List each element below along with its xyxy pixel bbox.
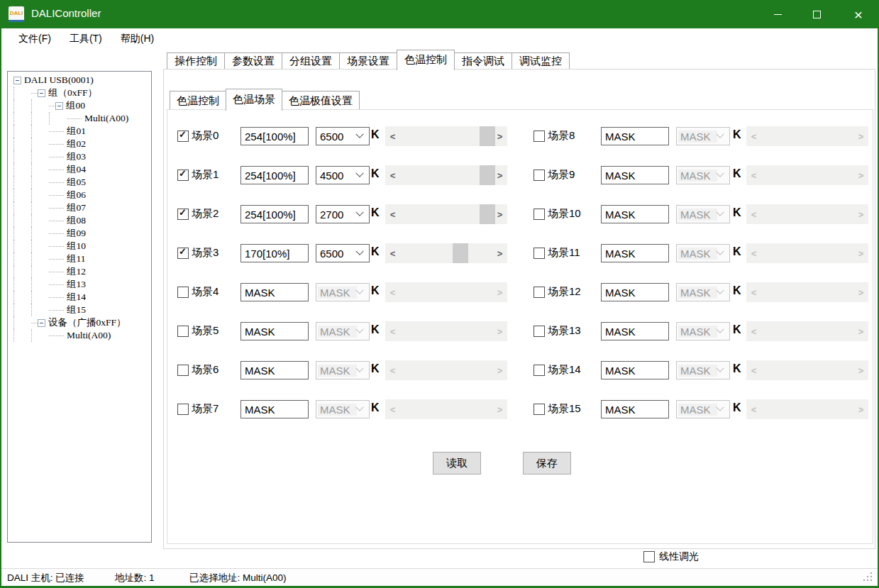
tree-collapse-icon[interactable] — [55, 102, 63, 110]
tree-collapse-icon[interactable] — [13, 77, 21, 84]
close-button[interactable]: × — [842, 0, 875, 28]
tree-collapse-icon[interactable] — [38, 89, 45, 97]
scene-enable-checkbox[interactable]: ✓ — [177, 248, 189, 259]
device-tree[interactable]: DALI USB(0001)组（0xFF）组00Multi(A00)组01组02… — [7, 71, 152, 543]
tree-node-11[interactable]: 组08 — [8, 214, 151, 227]
tree-node-16[interactable]: 组13 — [8, 278, 151, 291]
scene-level-input[interactable] — [241, 400, 309, 418]
maximize-button[interactable] — [800, 0, 833, 28]
scene-enable-checkbox[interactable] — [177, 287, 189, 298]
scene-level-scrollbar[interactable]: <> — [385, 165, 507, 185]
scroll-left-icon[interactable]: < — [387, 243, 399, 263]
tab-5[interactable]: 指令调试 — [454, 52, 512, 69]
scene-enable-checkbox[interactable] — [534, 131, 545, 142]
tree-node-17[interactable]: 组14 — [8, 291, 151, 304]
scrollbar-thumb[interactable] — [480, 165, 495, 185]
scroll-right-icon[interactable]: > — [494, 243, 506, 263]
tree-node-8[interactable]: 组05 — [8, 176, 151, 189]
scene-enable-checkbox[interactable] — [534, 170, 545, 181]
scene-level-input[interactable] — [241, 205, 309, 223]
scene-enable-checkbox[interactable] — [534, 248, 545, 259]
linear-dimming-checkbox[interactable]: 线性调光 — [643, 550, 699, 563]
scroll-right-icon[interactable]: > — [494, 204, 506, 224]
scene-enable-checkbox[interactable] — [177, 365, 189, 376]
scene-cct-dropdown[interactable]: 2700 — [316, 205, 370, 223]
subtab-1[interactable]: 色温场景 — [226, 89, 282, 111]
scene-level-scrollbar[interactable]: <> — [385, 204, 507, 224]
tree-node-13[interactable]: 组10 — [8, 240, 151, 253]
tree-node-7[interactable]: 组04 — [8, 163, 151, 176]
scene-level-scrollbar[interactable]: <> — [385, 243, 507, 263]
tree-collapse-icon[interactable] — [38, 319, 45, 327]
tab-2[interactable]: 分组设置 — [282, 52, 340, 69]
scene-level-input[interactable] — [601, 361, 669, 379]
scene-level-input[interactable] — [241, 244, 309, 262]
tree-node-14[interactable]: 组11 — [8, 253, 151, 265]
scroll-left-icon[interactable]: < — [387, 165, 399, 185]
tree-node-15[interactable]: 组12 — [8, 265, 151, 278]
scene-enable-checkbox[interactable] — [534, 209, 545, 220]
tab-6[interactable]: 调试监控 — [512, 52, 570, 69]
minimize-button[interactable] — [761, 0, 794, 28]
scene-level-input[interactable] — [241, 283, 309, 301]
scene-enable-checkbox[interactable]: ✓ — [177, 209, 189, 220]
tab-4[interactable]: 色温控制 — [397, 50, 455, 70]
read-button[interactable]: 读取 — [433, 452, 481, 475]
scene-level-input[interactable] — [601, 205, 669, 223]
menu-item-1[interactable]: 工具(T) — [60, 28, 111, 49]
tab-0[interactable]: 操作控制 — [167, 52, 225, 69]
tree-node-18[interactable]: 组15 — [8, 304, 151, 316]
scene-cct-dropdown[interactable]: 6500 — [316, 244, 370, 262]
scrollbar-thumb[interactable] — [480, 204, 495, 224]
subtab-2[interactable]: 色温极值设置 — [282, 91, 360, 109]
scroll-right-icon[interactable]: > — [494, 165, 506, 185]
scroll-left-icon[interactable]: < — [387, 204, 399, 224]
tree-node-1[interactable]: 组（0xFF） — [8, 87, 151, 99]
scene-level-input[interactable] — [601, 166, 669, 184]
tree-node-3[interactable]: Multi(A00) — [8, 112, 151, 125]
tree-node-19[interactable]: 设备（广播0xFF） — [8, 316, 151, 329]
scene-level-input[interactable] — [601, 127, 669, 145]
scene-level-scrollbar[interactable]: <> — [385, 126, 507, 146]
scene-enable-checkbox[interactable] — [177, 326, 189, 337]
menu-item-0[interactable]: 文件(F) — [9, 28, 60, 49]
scene-level-input[interactable] — [241, 322, 309, 340]
scene-level-input[interactable] — [241, 127, 309, 145]
tree-node-12[interactable]: 组09 — [8, 227, 151, 240]
scene-enable-checkbox[interactable] — [534, 326, 545, 337]
tree-node-0[interactable]: DALI USB(0001) — [8, 74, 151, 87]
save-button[interactable]: 保存 — [523, 452, 571, 475]
scene-cct-dropdown[interactable]: 6500 — [316, 127, 370, 145]
menu-item-2[interactable]: 帮助(H) — [111, 28, 163, 49]
tree-node-9[interactable]: 组06 — [8, 189, 151, 201]
tab-1[interactable]: 参数设置 — [224, 52, 282, 69]
scrollbar-thumb[interactable] — [453, 243, 468, 263]
scene-level-input[interactable] — [601, 400, 669, 418]
scene-enable-checkbox[interactable]: ✓ — [177, 170, 189, 181]
subtab-0[interactable]: 色温控制 — [170, 91, 226, 109]
tree-node-20[interactable]: Multi(A00) — [8, 329, 151, 342]
tree-node-4[interactable]: 组01 — [8, 125, 151, 138]
tree-node-6[interactable]: 组03 — [8, 150, 151, 163]
checkbox-box[interactable] — [643, 551, 655, 562]
scene-enable-checkbox[interactable]: ✓ — [177, 131, 189, 142]
tree-node-5[interactable]: 组02 — [8, 138, 151, 150]
scene-enable-checkbox[interactable] — [534, 365, 545, 376]
scene-level-input[interactable] — [241, 361, 309, 379]
tree-node-10[interactable]: 组07 — [8, 201, 151, 214]
scene-cct-dropdown[interactable]: 4500 — [316, 166, 370, 184]
tree-node-2[interactable]: 组00 — [8, 99, 151, 112]
tab-3[interactable]: 场景设置 — [339, 52, 397, 69]
tree-node-label: 组15 — [67, 304, 86, 316]
scrollbar-thumb[interactable] — [480, 126, 495, 146]
scene-enable-checkbox[interactable] — [534, 404, 545, 415]
scene-level-input[interactable] — [601, 244, 669, 262]
scene-level-input[interactable] — [601, 283, 669, 301]
scene-enable-checkbox[interactable] — [534, 287, 545, 298]
scroll-right-icon[interactable]: > — [494, 126, 506, 146]
scene-level-input[interactable] — [241, 166, 309, 184]
scroll-left-icon[interactable]: < — [387, 126, 399, 146]
resize-grip[interactable] — [863, 572, 865, 574]
scene-level-input[interactable] — [601, 322, 669, 340]
scene-enable-checkbox[interactable] — [177, 404, 189, 415]
